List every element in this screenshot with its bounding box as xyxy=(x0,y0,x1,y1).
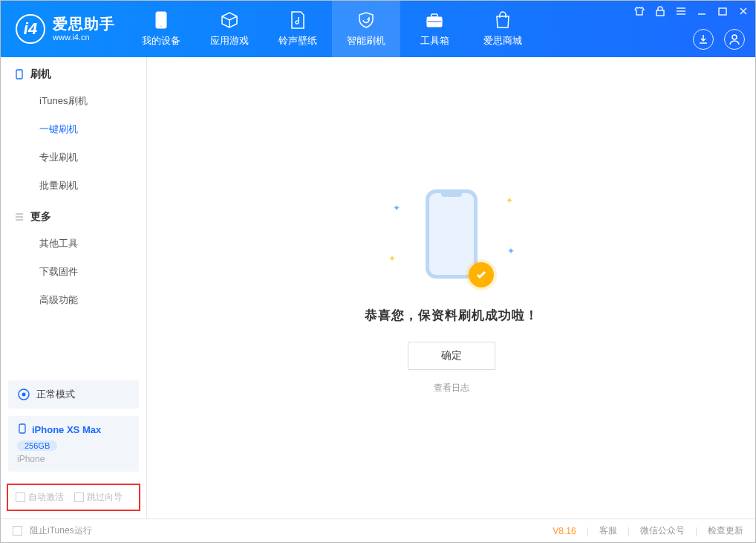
svg-rect-5 xyxy=(656,10,664,16)
wechat-link[interactable]: 微信公众号 xyxy=(640,524,685,537)
check-badge-icon xyxy=(469,262,494,287)
success-message: 恭喜您，保资料刷机成功啦！ xyxy=(365,307,538,324)
device-icon xyxy=(14,69,25,79)
refresh-shield-icon xyxy=(356,10,376,30)
device-panel[interactable]: iPhone XS Max 256GB iPhone xyxy=(8,416,139,472)
device-name: iPhone XS Max xyxy=(32,424,101,435)
window-controls xyxy=(633,5,749,17)
sidebar-item-onekey[interactable]: 一键刷机 xyxy=(1,115,146,143)
ok-button[interactable]: 确定 xyxy=(408,342,495,370)
mode-label: 正常模式 xyxy=(36,388,75,401)
device-icon xyxy=(17,423,27,436)
sidebar-item-itunes[interactable]: iTunes刷机 xyxy=(1,87,146,115)
checkbox-icon xyxy=(16,492,25,502)
svg-point-7 xyxy=(732,35,737,39)
svg-point-1 xyxy=(160,25,162,27)
phone-icon xyxy=(151,10,171,30)
user-icon[interactable] xyxy=(724,29,745,50)
view-log-link[interactable]: 查看日志 xyxy=(434,382,469,394)
sparkle-icon: ✦ xyxy=(393,203,400,213)
main-tabs: 我的设备 应用游戏 铃声壁纸 智能刷机 工具箱 爱思商城 xyxy=(127,1,537,57)
tab-toolbox[interactable]: 工具箱 xyxy=(400,1,469,57)
version-label: V8.16 xyxy=(553,526,576,536)
toolbox-icon xyxy=(425,10,444,30)
tab-store[interactable]: 爱思商城 xyxy=(469,1,537,57)
phone-illustration xyxy=(426,189,478,279)
group-title: 更多 xyxy=(30,210,51,224)
menu-icon[interactable] xyxy=(675,5,687,17)
main-pane: ✦ ✦ ✦ ✦ 恭喜您，保资料刷机成功啦！ 确定 查看日志 xyxy=(147,57,755,518)
sidebar-item-othertools[interactable]: 其他工具 xyxy=(1,230,146,258)
sparkle-icon: ✦ xyxy=(388,253,396,264)
sidebar: 刷机 iTunes刷机 一键刷机 专业刷机 批量刷机 更多 其他工具 下载固件 … xyxy=(1,57,147,518)
opt-skip-guide[interactable]: 跳过向导 xyxy=(74,491,123,504)
sidebar-item-advanced[interactable]: 高级功能 xyxy=(1,286,146,314)
sidebar-item-pro[interactable]: 专业刷机 xyxy=(1,143,146,172)
tab-label: 铃声壁纸 xyxy=(278,34,317,48)
svg-rect-8 xyxy=(16,70,22,79)
flash-options: 自动激活 跳过向导 xyxy=(7,484,140,511)
logo: i4 爱思助手 www.i4.cn xyxy=(1,1,127,57)
list-icon xyxy=(14,212,25,222)
sidebar-group-more: 更多 xyxy=(1,200,146,230)
maximize-icon[interactable] xyxy=(717,5,729,17)
app-name: 爱思助手 xyxy=(53,16,115,33)
cube-icon xyxy=(220,10,239,30)
tab-label: 爱思商城 xyxy=(483,34,522,48)
tab-label: 我的设备 xyxy=(142,34,180,48)
mode-icon xyxy=(17,388,30,401)
download-icon[interactable] xyxy=(693,29,714,50)
body: 刷机 iTunes刷机 一键刷机 专业刷机 批量刷机 更多 其他工具 下载固件 … xyxy=(1,57,755,518)
sparkle-icon: ✦ xyxy=(506,195,513,206)
tab-label: 应用游戏 xyxy=(210,34,249,48)
success-illustration: ✦ ✦ ✦ ✦ xyxy=(388,182,515,293)
lock-icon[interactable] xyxy=(654,5,666,17)
sidebar-group-flash: 刷机 xyxy=(1,57,146,87)
group-title: 刷机 xyxy=(30,68,51,81)
device-kind: iPhone xyxy=(17,454,130,464)
block-itunes-label[interactable]: 阻止iTunes运行 xyxy=(30,524,92,537)
tab-apps[interactable]: 应用游戏 xyxy=(195,1,264,57)
tab-flash[interactable]: 智能刷机 xyxy=(332,1,400,57)
sidebar-item-batch[interactable]: 批量刷机 xyxy=(1,172,146,200)
svg-rect-6 xyxy=(719,8,726,15)
bag-icon xyxy=(493,10,512,30)
app-site: www.i4.cn xyxy=(53,33,115,42)
check-update-link[interactable]: 检查更新 xyxy=(708,524,743,537)
shirt-icon[interactable] xyxy=(633,5,645,17)
logo-icon: i4 xyxy=(16,14,45,44)
opt-auto-activate[interactable]: 自动激活 xyxy=(16,491,64,504)
status-bar: 阻止iTunes运行 V8.16 | 客服 | 微信公众号 | 检查更新 xyxy=(1,518,755,542)
checkbox-icon[interactable] xyxy=(13,526,22,536)
sidebar-item-firmware[interactable]: 下载固件 xyxy=(1,258,146,286)
svg-rect-4 xyxy=(427,21,442,22)
tab-label: 智能刷机 xyxy=(347,34,385,48)
device-capacity: 256GB xyxy=(17,440,57,451)
header-actions xyxy=(693,29,745,50)
music-file-icon xyxy=(288,10,307,30)
svg-point-10 xyxy=(22,393,26,397)
support-link[interactable]: 客服 xyxy=(599,524,617,537)
mode-panel[interactable]: 正常模式 xyxy=(8,380,139,409)
tab-my-device[interactable]: 我的设备 xyxy=(127,1,195,57)
checkbox-icon xyxy=(74,492,84,502)
tab-label: 工具箱 xyxy=(420,34,449,48)
sparkle-icon: ✦ xyxy=(507,246,515,256)
title-bar: i4 爱思助手 www.i4.cn 我的设备 应用游戏 铃声壁纸 智能刷机 工具… xyxy=(1,1,755,57)
close-icon[interactable] xyxy=(737,5,749,17)
svg-rect-11 xyxy=(19,424,25,433)
minimize-icon[interactable] xyxy=(696,5,708,17)
svg-rect-3 xyxy=(431,14,437,17)
tab-ringtone[interactable]: 铃声壁纸 xyxy=(264,1,332,57)
